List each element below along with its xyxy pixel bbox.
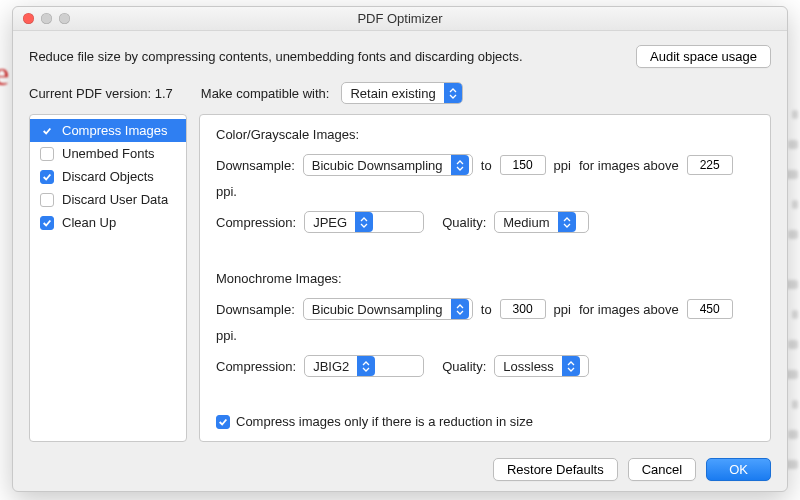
mono-quality-select[interactable]: Lossless [494, 355, 589, 377]
settings-panel: Color/Grayscale Images: Downsample: Bicu… [199, 114, 771, 442]
compression-label: Compression: [216, 359, 296, 374]
footer-buttons: Restore Defaults Cancel OK [29, 452, 771, 481]
updown-icon [355, 212, 373, 232]
mono-target-ppi-input[interactable] [500, 299, 546, 319]
updown-icon [357, 356, 375, 376]
mono-downsample-select[interactable]: Bicubic Downsampling [303, 298, 473, 320]
restore-defaults-button[interactable]: Restore Defaults [493, 458, 618, 481]
category-sidebar: Compress ImagesUnembed FontsDiscard Obje… [29, 114, 187, 442]
checkbox-icon[interactable] [40, 124, 54, 138]
ppi-label: ppi [554, 158, 571, 173]
ppi-dot-label: ppi. [216, 328, 237, 343]
optimizer-window: PDF Optimizer Reduce file size by compre… [12, 6, 788, 492]
mono-compression-select[interactable]: JBIG2 [304, 355, 424, 377]
cancel-button[interactable]: Cancel [628, 458, 696, 481]
mono-downsample-value: Bicubic Downsampling [304, 302, 451, 317]
pdf-version-text: Current PDF version: [29, 86, 151, 101]
mono-compression-value: JBIG2 [305, 359, 357, 374]
color-quality-value: Medium [495, 215, 557, 230]
titlebar: PDF Optimizer [13, 7, 787, 31]
color-quality-select[interactable]: Medium [494, 211, 589, 233]
sidebar-item-label: Clean Up [62, 215, 116, 230]
sidebar-item-label: Compress Images [62, 123, 167, 138]
audit-space-button[interactable]: Audit space usage [636, 45, 771, 68]
sidebar-item-unembed-fonts[interactable]: Unembed Fonts [30, 142, 186, 165]
compat-label: Make compatible with: [201, 86, 330, 101]
downsample-label: Downsample: [216, 302, 295, 317]
sidebar-item-label: Unembed Fonts [62, 146, 155, 161]
sidebar-item-label: Discard User Data [62, 192, 168, 207]
pdf-version-label: Current PDF version: 1.7 [29, 86, 173, 101]
color-downsample-select[interactable]: Bicubic Downsampling [303, 154, 473, 176]
color-compression-select[interactable]: JPEG [304, 211, 424, 233]
content-area: Reduce file size by compressing contents… [13, 31, 787, 491]
to-label: to [481, 302, 492, 317]
pdf-version-value: 1.7 [155, 86, 173, 101]
compat-select-value: Retain existing [342, 86, 443, 101]
updown-icon [444, 83, 462, 103]
description-text: Reduce file size by compressing contents… [29, 49, 523, 64]
color-section-heading: Color/Grayscale Images: [216, 127, 754, 142]
quality-label: Quality: [442, 215, 486, 230]
updown-icon [558, 212, 576, 232]
updown-icon [451, 299, 469, 319]
mono-quality-value: Lossless [495, 359, 562, 374]
sidebar-item-compress-images[interactable]: Compress Images [30, 119, 186, 142]
color-compression-value: JPEG [305, 215, 355, 230]
for-above-label: for images above [579, 302, 679, 317]
ppi-dot-label: ppi. [216, 184, 237, 199]
ppi-label: ppi [554, 302, 571, 317]
mono-section-heading: Monochrome Images: [216, 271, 754, 286]
ok-button[interactable]: OK [706, 458, 771, 481]
sidebar-item-clean-up[interactable]: Clean Up [30, 211, 186, 234]
checkbox-icon[interactable] [40, 193, 54, 207]
reduce-only-checkbox[interactable] [216, 415, 230, 429]
color-target-ppi-input[interactable] [500, 155, 546, 175]
color-above-ppi-input[interactable] [687, 155, 733, 175]
updown-icon [562, 356, 580, 376]
reduce-only-label: Compress images only if there is a reduc… [236, 414, 533, 429]
sidebar-item-discard-user-data[interactable]: Discard User Data [30, 188, 186, 211]
checkbox-icon[interactable] [40, 170, 54, 184]
sidebar-item-discard-objects[interactable]: Discard Objects [30, 165, 186, 188]
compression-label: Compression: [216, 215, 296, 230]
background-glyph: e [0, 55, 9, 93]
quality-label: Quality: [442, 359, 486, 374]
color-downsample-value: Bicubic Downsampling [304, 158, 451, 173]
checkbox-icon[interactable] [40, 216, 54, 230]
window-title: PDF Optimizer [13, 11, 787, 26]
downsample-label: Downsample: [216, 158, 295, 173]
checkbox-icon[interactable] [40, 147, 54, 161]
compat-select[interactable]: Retain existing [341, 82, 462, 104]
sidebar-item-label: Discard Objects [62, 169, 154, 184]
for-above-label: for images above [579, 158, 679, 173]
updown-icon [451, 155, 469, 175]
mono-above-ppi-input[interactable] [687, 299, 733, 319]
to-label: to [481, 158, 492, 173]
